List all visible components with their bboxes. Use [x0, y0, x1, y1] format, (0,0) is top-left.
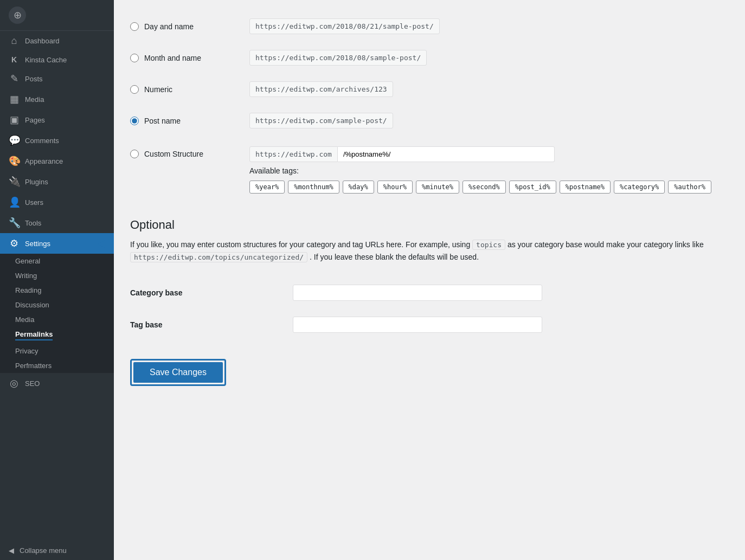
sidebar-item-appearance[interactable]: 🎨 Appearance: [0, 151, 114, 171]
sidebar-item-seo[interactable]: ◎ SEO: [0, 373, 114, 394]
sidebar-item-label: Media: [25, 95, 44, 104]
category-base-label: Category base: [130, 288, 293, 297]
tools-icon: 🔧: [9, 217, 20, 229]
sidebar-item-label: Appearance: [25, 157, 63, 165]
submenu-label: Media: [15, 316, 34, 324]
permalink-label-custom: Custom Structure: [144, 150, 203, 158]
sidebar-item-media[interactable]: ▦ Media: [0, 89, 114, 110]
permalink-option-numeric: Numeric https://editwp.com/archives/123: [130, 74, 727, 105]
tag-button[interactable]: %hour%: [377, 181, 413, 194]
sidebar-item-tools[interactable]: 🔧 Tools: [0, 213, 114, 233]
example-url: https://editwp.com/topics/uncategorized/: [130, 252, 307, 262]
radio-post-name[interactable]: [130, 117, 139, 125]
sidebar-item-dashboard[interactable]: ⌂ Dashboard: [0, 31, 114, 51]
appearance-icon: 🎨: [9, 155, 20, 167]
submenu-label: Perfmatters: [15, 362, 52, 370]
custom-structure-input[interactable]: [338, 146, 555, 162]
save-changes-button[interactable]: Save Changes: [133, 362, 223, 383]
tag-button[interactable]: %monthnum%: [288, 181, 339, 194]
sidebar-item-label: SEO: [25, 379, 40, 388]
tag-button[interactable]: %author%: [668, 181, 711, 194]
permalink-label-day-name: Day and name: [144, 22, 194, 31]
optional-description: If you like, you may enter custom struct…: [130, 239, 727, 263]
radio-day-name[interactable]: [130, 22, 139, 31]
media-icon: ▦: [9, 93, 20, 105]
permalink-option-day-name: Day and name https://editwp.com/2018/08/…: [130, 11, 727, 42]
posts-icon: ✎: [9, 73, 20, 85]
sidebar-item-label: Users: [25, 198, 43, 207]
submenu-label: Discussion: [15, 301, 49, 309]
sidebar-item-comments[interactable]: 💬 Comments: [0, 130, 114, 151]
optional-desc-part1: If you like, you may enter custom struct…: [130, 240, 470, 249]
tag-button[interactable]: %minute%: [416, 181, 459, 194]
settings-submenu: General Writing Reading Discussion Media…: [0, 254, 114, 373]
submenu-label: Reading: [15, 286, 41, 294]
sidebar: ⊕ ⌂ Dashboard K Kinsta Cache ✎ Posts ▦ M…: [0, 0, 114, 560]
sidebar-item-settings[interactable]: ⚙ Settings ◀: [0, 233, 114, 254]
permalink-url-numeric: https://editwp.com/archives/123: [249, 81, 393, 97]
permalink-option-custom: Custom Structure https://editwp.com Avai…: [130, 137, 727, 202]
tag-button[interactable]: %post_id%: [509, 181, 556, 194]
submenu-item-general[interactable]: General: [0, 254, 114, 268]
main-nav: ⌂ Dashboard K Kinsta Cache ✎ Posts ▦ Med…: [0, 31, 114, 394]
sidebar-item-posts[interactable]: ✎ Posts: [0, 68, 114, 89]
submenu-label: Permalinks: [15, 330, 53, 340]
radio-numeric[interactable]: [130, 85, 139, 94]
sidebar-item-pages[interactable]: ▣ Pages: [0, 110, 114, 130]
plugins-icon: 🔌: [9, 176, 20, 188]
permalink-option-post-name: Post name https://editwp.com/sample-post…: [130, 105, 727, 137]
comments-icon: 💬: [9, 134, 20, 146]
sidebar-item-kinsta-cache[interactable]: K Kinsta Cache: [0, 51, 114, 68]
users-icon: 👤: [9, 196, 20, 208]
tag-button[interactable]: %year%: [249, 181, 285, 194]
sidebar-item-label: Dashboard: [25, 37, 60, 45]
wp-logo: ⊕: [0, 0, 114, 31]
optional-heading: Optional: [130, 218, 727, 232]
tag-button[interactable]: %second%: [463, 181, 506, 194]
tag-base-label: Tag base: [130, 320, 293, 329]
sidebar-item-label: Kinsta Cache: [25, 56, 67, 64]
save-section: Save Changes: [130, 353, 727, 391]
submenu-item-perfmatters[interactable]: Perfmatters: [0, 358, 114, 373]
submenu-item-permalinks[interactable]: Permalinks ←: [0, 327, 114, 344]
sidebar-item-label: Tools: [25, 219, 41, 227]
submenu-item-media[interactable]: Media: [0, 312, 114, 327]
submenu-item-privacy[interactable]: Privacy: [0, 344, 114, 358]
submenu-item-writing[interactable]: Writing: [0, 268, 114, 283]
submenu-item-reading[interactable]: Reading: [0, 283, 114, 298]
permalink-url-day-name: https://editwp.com/2018/08/21/sample-pos…: [249, 18, 440, 34]
tag-button[interactable]: %postname%: [560, 181, 611, 194]
wp-logo-icon: ⊕: [9, 7, 26, 24]
collapse-icon: ◀: [9, 546, 14, 555]
sidebar-item-users[interactable]: 👤 Users: [0, 192, 114, 213]
dashboard-icon: ⌂: [9, 35, 20, 47]
category-base-row: Category base: [130, 276, 727, 308]
permalink-label-numeric: Numeric: [144, 85, 172, 94]
tag-button[interactable]: %day%: [343, 181, 374, 194]
collapse-menu-button[interactable]: ◀ Collapse menu: [0, 541, 114, 560]
pages-icon: ▣: [9, 114, 20, 126]
submenu-label: Writing: [15, 272, 37, 280]
permalink-url-post-name: https://editwp.com/sample-post/: [249, 113, 393, 128]
sidebar-item-label: Plugins: [25, 178, 48, 186]
category-base-input[interactable]: [293, 285, 542, 301]
tag-button[interactable]: %category%: [614, 181, 665, 194]
sidebar-item-label: Posts: [25, 75, 43, 83]
sidebar-item-plugins[interactable]: 🔌 Plugins: [0, 171, 114, 192]
submenu-label: Privacy: [15, 347, 38, 355]
tag-base-input[interactable]: [293, 317, 542, 333]
available-tags-label: Available tags:: [249, 166, 711, 175]
topics-code: topics: [472, 240, 505, 250]
custom-structure-prefix: https://editwp.com: [249, 146, 338, 162]
save-button-wrapper: Save Changes: [130, 359, 226, 386]
submenu-item-discussion[interactable]: Discussion: [0, 298, 114, 312]
radio-custom-structure[interactable]: [130, 150, 139, 158]
permalink-option-month-name: Month and name https://editwp.com/2018/0…: [130, 42, 727, 74]
collapse-label: Collapse menu: [20, 546, 67, 555]
permalink-label-month-name: Month and name: [144, 54, 201, 62]
settings-icon: ⚙: [9, 237, 20, 249]
sidebar-item-label: Settings: [25, 240, 50, 248]
radio-month-name[interactable]: [130, 54, 139, 62]
optional-desc-part3: . If you leave these blank the defaults …: [310, 253, 479, 261]
settings-arrow: ◀: [98, 237, 105, 249]
